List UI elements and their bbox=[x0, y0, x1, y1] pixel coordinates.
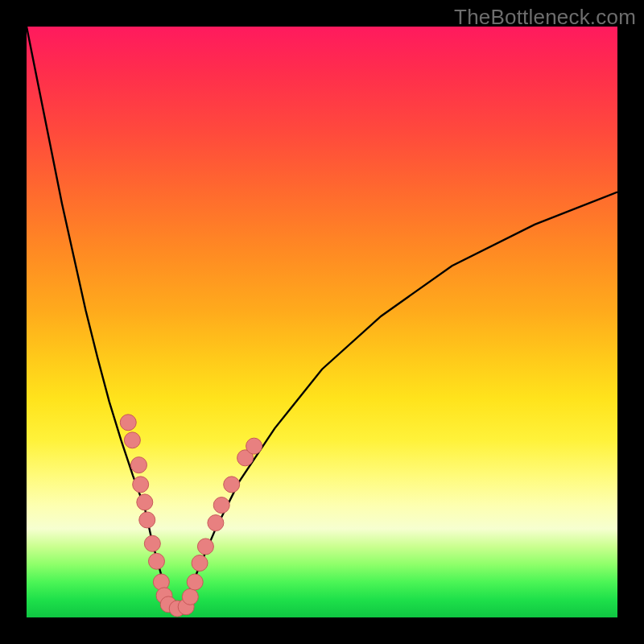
chart-svg bbox=[27, 27, 617, 617]
marker-dot bbox=[124, 432, 140, 448]
plot-area bbox=[27, 27, 617, 617]
marker-dot bbox=[246, 438, 262, 454]
marker-dot bbox=[144, 535, 160, 551]
marker-dot bbox=[133, 477, 149, 493]
bottleneck-curve bbox=[27, 27, 617, 610]
marker-dot bbox=[139, 512, 155, 528]
chart-frame: TheBottleneck.com bbox=[0, 0, 644, 644]
marker-dot bbox=[192, 555, 208, 571]
marker-dot bbox=[148, 553, 164, 569]
marker-dot bbox=[130, 457, 147, 473]
marker-dot bbox=[182, 588, 198, 605]
marker-dot bbox=[213, 497, 229, 514]
marker-dot bbox=[187, 574, 203, 590]
marker-dot bbox=[197, 539, 213, 555]
marker-dot bbox=[137, 494, 153, 510]
marker-dot bbox=[208, 515, 224, 531]
curve-markers bbox=[120, 415, 262, 617]
marker-dot bbox=[224, 477, 240, 493]
watermark-text: TheBottleneck.com bbox=[454, 5, 636, 30]
curve-line bbox=[27, 27, 617, 610]
marker-dot bbox=[120, 415, 136, 431]
